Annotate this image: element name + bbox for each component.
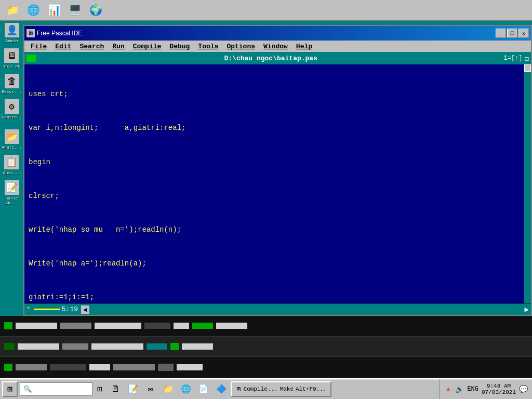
panel-row-1: [0, 316, 532, 337]
editor-area[interactable]: uses crt; var i,n:longint; a,giatri:real…: [24, 64, 531, 303]
basic-icon: 📝: [5, 180, 19, 195]
taskbar-app-7[interactable]: 🔷: [213, 381, 230, 397]
menu-help[interactable]: Help: [292, 42, 316, 51]
start-icon: ⊞: [7, 384, 12, 394]
panel-block-green-4: [4, 364, 12, 371]
remote-top-icon[interactable]: 🖥️: [66, 2, 83, 18]
anati-label: Anati...: [2, 145, 21, 150]
desktop-icon-control[interactable]: ⚙ Contro...: [1, 99, 22, 124]
browser-top-icon[interactable]: 🌐: [25, 2, 42, 18]
start-button[interactable]: ⊞: [2, 381, 18, 397]
panel-block-dark-green: [4, 343, 15, 350]
status-bar-divider: [34, 309, 60, 310]
menu-window[interactable]: Window: [259, 42, 292, 51]
taskbar-app-6[interactable]: 📄: [195, 381, 212, 397]
taskbar-app-5[interactable]: 🌐: [178, 381, 194, 397]
network-top-icon[interactable]: 🌍: [87, 2, 104, 18]
panel-block-gray-2: [62, 343, 88, 350]
close-button[interactable]: ✕: [518, 29, 529, 38]
menu-edit[interactable]: Edit: [51, 42, 75, 51]
auto-label: Auto...: [3, 170, 21, 175]
panel-block-white-1: [16, 323, 57, 329]
taskbar-app-1[interactable]: 🖹: [107, 381, 124, 397]
taskbar-apps: 🖹 📝 ✉ 📁 🌐 📄 🔷 🖹 Compile... Make Alt+F9..…: [107, 381, 440, 397]
top-taskbar: 📁 🌐 📊 🖥️ 🌍: [0, 0, 532, 21]
status-bar: * 5:19 ◀ ▶: [24, 303, 531, 315]
user-icon-label: Admin: [5, 38, 18, 43]
pascal-taskbar-btn[interactable]: 🖹 Compile... Make Alt+F9...: [231, 381, 332, 397]
status-scroll-right-icon[interactable]: ▶: [525, 305, 529, 314]
spreadsheet-top-icon[interactable]: 📊: [46, 2, 62, 18]
panel-block-white-2: [95, 323, 141, 329]
recycle-icon: 🗑: [5, 74, 19, 88]
panel-block-dark-3: [158, 364, 174, 371]
taskbar-app-2[interactable]: 📝: [125, 381, 141, 397]
search-icon: 🔍: [23, 385, 32, 393]
taskbar-search[interactable]: 🔍: [20, 382, 92, 396]
menu-search[interactable]: Search: [75, 42, 108, 51]
taskbar: ⊞ 🔍 ⊡ 🖹 📝 ✉ 📁 🌐 📄 🔷 🖹 Compile... Make Al…: [0, 378, 532, 399]
code-line-7: giatri:=1;i:=1;: [29, 292, 527, 303]
altf9-label: Alt+F9...: [296, 386, 326, 392]
code-line-2: var i,n:longint; a,giatri:real;: [29, 123, 527, 134]
scrollbar-vertical[interactable]: [524, 64, 531, 303]
status-scroll-left-icon: *: [26, 305, 31, 313]
panel-block-dark-2: [50, 364, 86, 370]
panel-row-2: [0, 337, 532, 357]
desktop-icon-anati[interactable]: 📂 Anati...: [2, 129, 21, 150]
tray-lang[interactable]: ENG: [467, 385, 478, 393]
tray-speaker-icon[interactable]: 🔊: [455, 385, 464, 394]
menu-tools[interactable]: Tools: [194, 42, 222, 51]
menu-file[interactable]: File: [26, 42, 51, 51]
menu-options[interactable]: Options: [222, 42, 259, 51]
panel-block-gray-3: [16, 364, 47, 370]
panel-block-green-2: [192, 323, 213, 329]
status-arrow-icon: ◀: [81, 305, 89, 314]
scroll-thumb[interactable]: [524, 64, 531, 72]
desktop: 📁 🌐 📊 🖥️ 🌍 👤 Admin 🖥 This PC 🗑 Recyc... …: [0, 0, 532, 399]
panel-block-teal-1: [147, 343, 167, 350]
panel-block-white-3: [174, 323, 189, 329]
tab-file-title: D:\chau ngoc\baitap.pas: [38, 55, 504, 62]
desktop-icon-auto[interactable]: 📋 Auto...: [3, 155, 21, 175]
task-view-button[interactable]: ⊡: [92, 382, 107, 396]
tab-scroll-icon: ◻: [525, 54, 531, 63]
panel-block-white-9: [177, 364, 203, 370]
code-content[interactable]: uses crt; var i,n:longint; a,giatri:real…: [24, 64, 531, 303]
folder-top-icon[interactable]: 📁: [4, 2, 21, 18]
pascal-window: 🖹 Free Pascal IDE _ □ ✕ File Edit Search…: [23, 25, 532, 316]
task-view-icon: ⊡: [97, 384, 102, 394]
desktop-icon-recycle[interactable]: 🗑 Recyc...: [2, 74, 21, 94]
pascal-taskbar-icon: 🖹: [236, 386, 242, 393]
notification-icon[interactable]: 💬: [519, 385, 528, 394]
maximize-button[interactable]: □: [507, 29, 517, 38]
taskbar-app-3[interactable]: ✉: [142, 381, 159, 397]
menu-compile[interactable]: Compile: [129, 42, 166, 51]
auto-icon: 📋: [4, 155, 19, 169]
window-titlebar: 🖹 Free Pascal IDE _ □ ✕: [24, 26, 531, 41]
code-line-5: write('nhap so mu n=');readln(n);: [29, 224, 527, 236]
clock-date: 07/03/2021: [482, 389, 516, 395]
desktop-icon-user[interactable]: 👤 Admin: [5, 23, 19, 43]
taskbar-app-4[interactable]: 📁: [160, 381, 177, 397]
tab-bar: D:\chau ngoc\baitap.pas 1=[↑] ◻: [24, 52, 531, 64]
minimize-button[interactable]: _: [496, 29, 506, 38]
panel-block-gray-4: [113, 364, 155, 370]
make-label: Make: [280, 386, 294, 392]
user-icon: 👤: [5, 23, 19, 37]
control-label: Contro...: [1, 115, 22, 124]
window-title: Free Pascal IDE: [37, 30, 494, 37]
code-line-6: Write('nhap a=');readln(a);: [29, 258, 527, 270]
tab-line-number: 1=[↑]: [504, 55, 525, 62]
this-pc-label: This PC: [3, 64, 21, 69]
basic-label: Basic Sk...: [1, 196, 22, 205]
tray-arrow-icon[interactable]: 🔺: [444, 385, 452, 393]
menu-debug[interactable]: Debug: [165, 42, 194, 51]
panel-block-dark-1: [144, 323, 170, 329]
recycle-label: Recyc...: [2, 89, 21, 94]
desktop-icon-basic[interactable]: 📝 Basic Sk...: [1, 180, 22, 205]
desktop-icon-thispc[interactable]: 🖥 This PC: [3, 48, 21, 69]
control-icon: ⚙: [5, 99, 19, 114]
code-line-4: clrscr;: [29, 191, 527, 202]
menu-run[interactable]: Run: [108, 42, 128, 51]
